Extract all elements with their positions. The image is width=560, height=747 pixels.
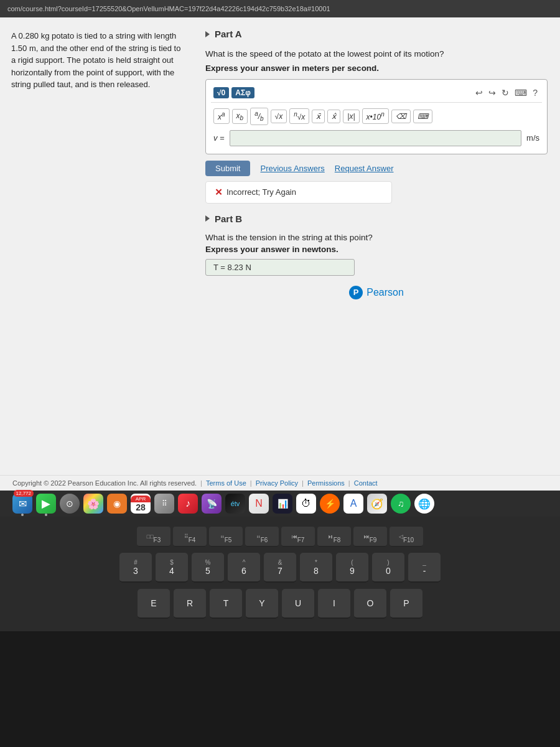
sym-btn-keypad[interactable]: ⌨ [413, 110, 432, 123]
dock-safari-icon[interactable]: 🧭 [367, 494, 387, 514]
dock-slash-icon[interactable]: ⚡ [320, 494, 340, 514]
part-a-answer-input[interactable] [230, 130, 521, 146]
permissions-link[interactable]: Permissions [307, 479, 345, 487]
key-i[interactable]: I [318, 589, 350, 619]
sym-btn-xbar[interactable]: x̄ [312, 110, 325, 123]
key-e[interactable]: E [138, 589, 170, 619]
dock-grid-icon[interactable]: ⠿ [154, 494, 174, 514]
dock-timer-icon[interactable]: ⏱ [296, 494, 316, 514]
dock-bars-icon[interactable]: 📊 [273, 494, 292, 514]
contact-link[interactable]: Contact [354, 479, 378, 487]
key-dash[interactable]: _ - [408, 553, 441, 583]
dock-music-icon[interactable]: ♪ [178, 494, 198, 514]
dock-text-icon[interactable]: A [343, 494, 363, 514]
toolbar-group-sigma: ΑΣφ [231, 87, 254, 98]
sym-btn-sqrt[interactable]: √x [271, 110, 287, 123]
incorrect-x-icon: ✕ [215, 187, 223, 198]
help-button[interactable]: ? [531, 87, 539, 98]
incorrect-text: Incorrect; Try Again [226, 187, 296, 197]
fn-key-f7[interactable]: ⏮F7 [281, 527, 315, 547]
dock-video-icon[interactable]: ▶ [36, 494, 56, 514]
key-y[interactable]: Y [246, 589, 278, 619]
submit-row: Submit Previous Answers Request Answer [205, 161, 548, 176]
keyboard-area: □□F3 ⠿F4 ⠶F5 ⠶F6 ⏮F7 ⏯F8 ⏭F9 ◁F10 # 3 $ [0, 517, 560, 631]
key-6[interactable]: ^ 6 [228, 553, 260, 583]
pearson-logo-icon: P [349, 286, 363, 299]
letter-key-row: E R T Y U I O P [19, 589, 541, 619]
fn-key-f3[interactable]: □□F3 [137, 527, 170, 547]
footer-copyright: Copyright © 2022 Pearson Education Inc. … [12, 479, 197, 487]
key-4[interactable]: $ 4 [156, 553, 188, 583]
key-7[interactable]: & 7 [264, 553, 296, 583]
part-a-express: Express your answer in meters per second… [205, 63, 548, 73]
fn-key-f9[interactable]: ⏭F9 [353, 527, 387, 547]
fn-key-f5[interactable]: ⠶F5 [209, 527, 243, 547]
key-8[interactable]: * 8 [300, 553, 332, 583]
sym-btn-xhat[interactable]: x̂ [327, 110, 340, 123]
sym-btn-xb[interactable]: xb [232, 109, 248, 124]
fn-key-row: □□F3 ⠿F4 ⠶F5 ⠶F6 ⏮F7 ⏯F8 ⏭F9 ◁F10 [19, 527, 541, 547]
sym-btn-frac[interactable]: a/b [250, 108, 268, 125]
fn-key-f10[interactable]: ◁F10 [390, 527, 423, 547]
fn-key-f6[interactable]: ⠶F6 [245, 527, 279, 547]
toolbar-group-sqrt: √0 [213, 87, 229, 98]
terms-link[interactable]: Terms of Use [206, 479, 246, 487]
sym-btn-xa[interactable]: xa [213, 108, 230, 124]
pearson-label: Pearson [366, 287, 404, 298]
main-area: Part A What is the speed of the potato a… [193, 17, 560, 316]
dock-spotify-icon[interactable]: ♫ [391, 494, 411, 514]
dock-news-icon[interactable]: N [249, 494, 269, 514]
dock-orange-icon[interactable]: ◉ [107, 494, 127, 514]
part-a-header[interactable]: Part A [205, 29, 548, 39]
key-o[interactable]: O [354, 589, 386, 619]
key-9[interactable]: ( 9 [336, 553, 368, 583]
submit-button[interactable]: Submit [205, 161, 250, 176]
key-0[interactable]: ) 0 [372, 553, 404, 583]
number-key-row: # 3 $ 4 % 5 ^ 6 & 7 * 8 ( 9 ) 0 [19, 553, 541, 583]
math-symbols-row: xa xb a/b √x n√x x̄ x̂ |x| x•10n ⌫ ⌨ [211, 106, 542, 127]
dock-podcast-icon[interactable]: 📡 [202, 494, 222, 514]
sym-btn-sci[interactable]: x•10n [362, 108, 389, 124]
key-3[interactable]: # 3 [119, 553, 152, 583]
tension-answer-box: T = 8.23 N [205, 259, 355, 276]
undo-button[interactable]: ↩ [474, 87, 485, 98]
key-5[interactable]: % 5 [192, 553, 224, 583]
sym-btn-nroot[interactable]: n√x [289, 108, 309, 124]
dock-mail-icon[interactable]: ✉ 12,772 [12, 494, 32, 514]
refresh-button[interactable]: ↻ [500, 87, 511, 98]
key-t[interactable]: T [210, 589, 242, 619]
previous-answers-link[interactable]: Previous Answers [260, 164, 324, 173]
privacy-link[interactable]: Privacy Policy [256, 479, 298, 487]
problem-description: A 0.280 kg potato is tied to a string wi… [0, 17, 193, 204]
redo-button[interactable]: ↪ [487, 87, 498, 98]
problem-text: A 0.280 kg potato is tied to a string wi… [11, 30, 182, 91]
part-a-label: Part A [215, 29, 242, 39]
fn-key-f8[interactable]: ⏯F8 [317, 527, 351, 547]
key-r[interactable]: R [174, 589, 206, 619]
key-p[interactable]: P [390, 589, 422, 619]
dock-circle-icon[interactable]: ⊙ [60, 494, 80, 514]
fn-key-f4[interactable]: ⠿F4 [173, 527, 207, 547]
sym-btn-abs[interactable]: |x| [343, 110, 359, 123]
url-text: com/course.html?courseId=17255520&OpenVe… [7, 5, 330, 12]
dock-calendar-icon[interactable]: APR 28 [131, 494, 151, 514]
part-b-header[interactable]: Part B [205, 214, 548, 224]
request-answer-link[interactable]: Request Answer [335, 164, 394, 173]
part-a-triangle-icon [205, 31, 210, 37]
keyboard-button[interactable]: ⌨ [513, 87, 529, 98]
dock-calendar-day: 28 [136, 502, 146, 512]
part-b-label: Part B [215, 214, 242, 224]
key-u[interactable]: U [282, 589, 314, 619]
dock-chrome-icon[interactable]: 🌐 [414, 494, 434, 514]
part-a-unit: m/s [526, 133, 539, 143]
sym-btn-backspace[interactable]: ⌫ [391, 110, 411, 123]
math-icon-buttons: ↩ ↪ ↻ ⌨ ? [474, 87, 539, 98]
page-content: A 0.280 kg potato is tied to a string wi… [0, 17, 560, 491]
pearson-row: P Pearson [205, 286, 548, 299]
url-bar: com/course.html?courseId=17255520&OpenVe… [0, 0, 560, 17]
part-b-question: What is the tension in the string at thi… [205, 233, 548, 242]
dock-tv-icon[interactable]: étv [225, 494, 245, 514]
dock-photos-icon[interactable]: 🌸 [83, 494, 103, 514]
sqrt-symbol: √0 [217, 88, 225, 97]
math-input-box: √0 ΑΣφ ↩ ↪ ↻ ⌨ ? xa xb a/b √x n√x [205, 79, 548, 154]
